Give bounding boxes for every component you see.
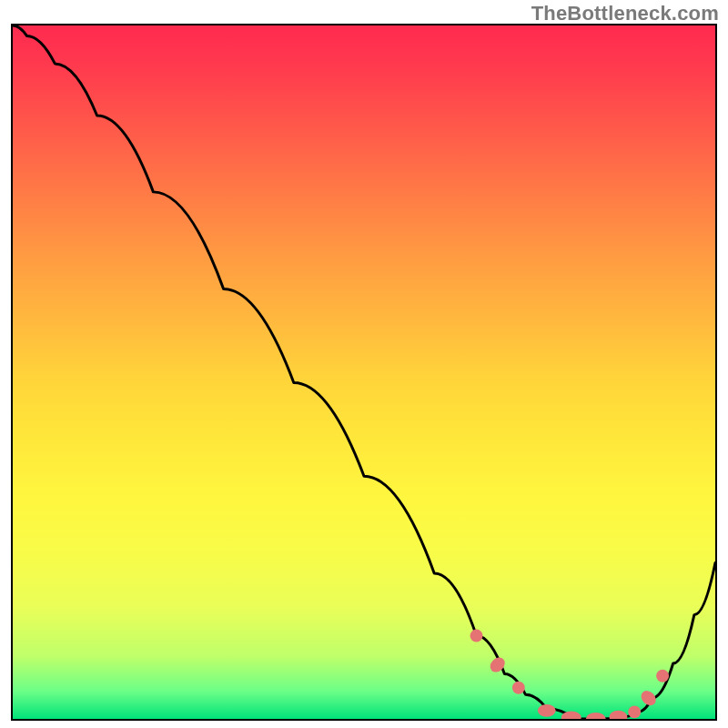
chart-svg bbox=[13, 25, 715, 719]
marker-group bbox=[470, 630, 670, 721]
main-curve bbox=[13, 25, 715, 719]
curve-marker bbox=[610, 711, 628, 721]
curve-marker bbox=[470, 630, 483, 642]
curve-marker bbox=[538, 704, 556, 717]
curve-marker bbox=[512, 682, 525, 694]
curve-marker bbox=[656, 670, 669, 682]
curve-marker bbox=[586, 713, 606, 721]
plot-area bbox=[11, 24, 717, 721]
watermark-text: TheBottleneck.com bbox=[531, 2, 719, 25]
curve-marker bbox=[628, 705, 641, 718]
